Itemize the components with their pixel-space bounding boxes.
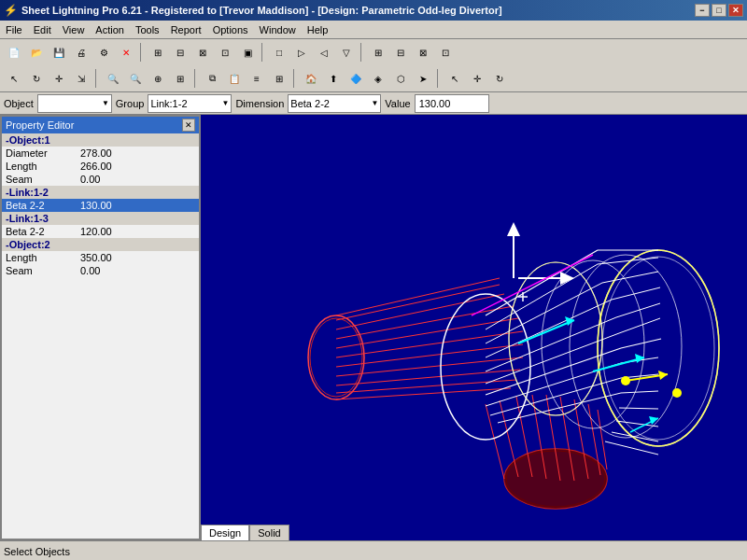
group-combo[interactable]: Link:1-2 ▼ bbox=[148, 94, 232, 113]
node-4[interactable]: ⊡ bbox=[215, 42, 235, 63]
menu-bar: File Edit View Action Tools Report Optio… bbox=[0, 21, 747, 39]
maximize-button[interactable]: □ bbox=[712, 4, 726, 17]
prop-seam1[interactable]: Seam 0.00 bbox=[2, 173, 199, 186]
app-icon: ⚡ bbox=[4, 4, 18, 17]
prop-length2-value: 350.00 bbox=[80, 252, 195, 263]
menu-edit[interactable]: Edit bbox=[28, 22, 57, 37]
save-button[interactable]: 💾 bbox=[49, 42, 69, 63]
shape-1[interactable]: □ bbox=[269, 42, 289, 63]
new-button[interactable]: 📄 bbox=[4, 42, 24, 63]
title-bar-left: ⚡ Sheet Lightning Pro 6.21 - Registered … bbox=[4, 4, 502, 17]
dimension-label: Dimension bbox=[235, 98, 284, 109]
value-content: 130.00 bbox=[419, 98, 451, 109]
zoom-out[interactable]: 🔍 bbox=[125, 68, 146, 89]
3d-1[interactable]: 🏠 bbox=[301, 68, 321, 89]
value-field[interactable]: 130.00 bbox=[415, 94, 489, 113]
menu-tools[interactable]: Tools bbox=[130, 22, 165, 37]
node-2[interactable]: ⊟ bbox=[170, 42, 190, 63]
dimension-combo-value: Beta 2-2 bbox=[290, 98, 330, 109]
group-combo-value: Link:1-2 bbox=[150, 98, 187, 109]
settings-button[interactable]: ⚙ bbox=[93, 42, 114, 63]
grid-3[interactable]: ⊠ bbox=[413, 42, 433, 63]
delete-button[interactable]: ✕ bbox=[116, 42, 136, 63]
tab-solid[interactable]: Solid bbox=[249, 525, 289, 540]
orbit-tool[interactable]: ↻ bbox=[489, 68, 510, 89]
prop-seam1-name: Seam bbox=[6, 174, 80, 185]
copy-button[interactable]: ⧉ bbox=[202, 68, 222, 89]
move-button[interactable]: ✛ bbox=[49, 68, 69, 89]
prop-length2-name: Length bbox=[6, 252, 80, 263]
property-editor-title: Property Editor bbox=[6, 119, 74, 131]
minimize-button[interactable]: − bbox=[695, 4, 710, 17]
title-bar-controls[interactable]: − □ ✕ bbox=[695, 4, 743, 17]
svg-point-16 bbox=[504, 449, 607, 509]
cursor-button[interactable]: ↖ bbox=[4, 68, 24, 89]
group-header-object1: -Object:1 bbox=[2, 133, 199, 147]
dimension-combo[interactable]: Beta 2-2 ▼ bbox=[288, 94, 381, 113]
scale-button[interactable]: ⇲ bbox=[71, 68, 92, 89]
shape-2[interactable]: ▷ bbox=[291, 42, 312, 63]
viewport-tabs: Design Solid bbox=[201, 525, 289, 540]
prop-length1-name: Length bbox=[6, 161, 80, 172]
property-editor-header: Property Editor ✕ bbox=[2, 117, 199, 133]
prop-length2[interactable]: Length 350.00 bbox=[2, 251, 199, 264]
menu-action[interactable]: Action bbox=[90, 22, 130, 37]
node-5[interactable]: ▣ bbox=[237, 42, 258, 63]
3d-scene bbox=[201, 115, 747, 540]
open-button[interactable]: 📂 bbox=[26, 42, 47, 63]
prop-length1-value: 266.00 bbox=[80, 161, 195, 172]
prop-diameter-name: Diameter bbox=[6, 147, 80, 159]
group-combo-arrow: ▼ bbox=[221, 99, 229, 107]
grid-4[interactable]: ⊡ bbox=[435, 42, 456, 63]
group-header-object2: -Object:2 bbox=[2, 238, 199, 251]
object-label: Object bbox=[4, 98, 34, 109]
shape-4[interactable]: ▽ bbox=[336, 42, 357, 63]
toolbar-row-1: 📄 📂 💾 🖨 ⚙ ✕ ⊞ ⊟ ⊠ ⊡ ▣ □ ▷ ◁ ▽ ⊞ ⊟ ⊠ ⊡ bbox=[0, 39, 747, 65]
grid-1[interactable]: ⊞ bbox=[368, 42, 388, 63]
node-3[interactable]: ⊠ bbox=[192, 42, 213, 63]
paste-button[interactable]: 📋 bbox=[224, 68, 245, 89]
toolbar-row-2: ↖ ↻ ✛ ⇲ 🔍 🔍 ⊕ ⊞ ⧉ 📋 ≡ ⊞ 🏠 ⬆ 🔷 ◈ ⬡ ➤ ↖ ✛ … bbox=[0, 65, 747, 91]
object-combo[interactable]: ▼ bbox=[37, 94, 112, 113]
3d-3[interactable]: 🔷 bbox=[345, 68, 366, 89]
grid-2[interactable]: ⊟ bbox=[390, 42, 411, 63]
prop-beta22-link12[interactable]: Beta 2-2 130.00 bbox=[2, 199, 199, 212]
toolbar-sep-6 bbox=[293, 69, 297, 88]
3d-6[interactable]: ➤ bbox=[413, 68, 433, 89]
prop-diameter[interactable]: Diameter 278.00 bbox=[2, 147, 199, 160]
menu-help[interactable]: Help bbox=[302, 22, 334, 37]
zoom-fit[interactable]: ⊕ bbox=[148, 68, 168, 89]
cursor-tool[interactable]: ↖ bbox=[444, 68, 465, 89]
prop-beta22-link13[interactable]: Beta 2-2 120.00 bbox=[2, 225, 199, 238]
zoom-sel[interactable]: ⊞ bbox=[170, 68, 190, 89]
toolbar-sep-5 bbox=[194, 69, 198, 88]
prop-seam2[interactable]: Seam 0.00 bbox=[2, 264, 199, 277]
snap-button[interactable]: ⊞ bbox=[269, 68, 289, 89]
toolbar-sep-1 bbox=[140, 43, 144, 62]
rotate-button[interactable]: ↻ bbox=[26, 68, 47, 89]
close-button[interactable]: ✕ bbox=[728, 4, 743, 17]
prop-beta22-link12-value: 130.00 bbox=[80, 200, 195, 211]
menu-window[interactable]: Window bbox=[254, 22, 302, 37]
pan-tool[interactable]: ✛ bbox=[467, 68, 487, 89]
tab-design[interactable]: Design bbox=[201, 525, 249, 540]
property-editor-close[interactable]: ✕ bbox=[182, 119, 195, 132]
prop-beta22-link13-name: Beta 2-2 bbox=[6, 226, 80, 237]
toolbar-sep-3 bbox=[360, 43, 364, 62]
3d-5[interactable]: ⬡ bbox=[390, 68, 411, 89]
align-button[interactable]: ≡ bbox=[247, 68, 267, 89]
3d-viewport[interactable]: Design Solid bbox=[201, 115, 747, 540]
zoom-in[interactable]: 🔍 bbox=[103, 68, 123, 89]
3d-4[interactable]: ◈ bbox=[368, 68, 388, 89]
node-1[interactable]: ⊞ bbox=[148, 42, 168, 63]
menu-report[interactable]: Report bbox=[165, 22, 207, 37]
menu-options[interactable]: Options bbox=[207, 22, 254, 37]
3d-2[interactable]: ⬆ bbox=[323, 68, 344, 89]
menu-file[interactable]: File bbox=[0, 22, 28, 37]
shape-3[interactable]: ◁ bbox=[314, 42, 334, 63]
toolbar-area: 📄 📂 💾 🖨 ⚙ ✕ ⊞ ⊟ ⊠ ⊡ ▣ □ ▷ ◁ ▽ ⊞ ⊟ ⊠ ⊡ ↖ … bbox=[0, 39, 747, 92]
prop-seam1-value: 0.00 bbox=[80, 174, 195, 185]
menu-view[interactable]: View bbox=[57, 22, 91, 37]
print-button[interactable]: 🖨 bbox=[71, 42, 92, 63]
prop-length1[interactable]: Length 266.00 bbox=[2, 160, 199, 173]
